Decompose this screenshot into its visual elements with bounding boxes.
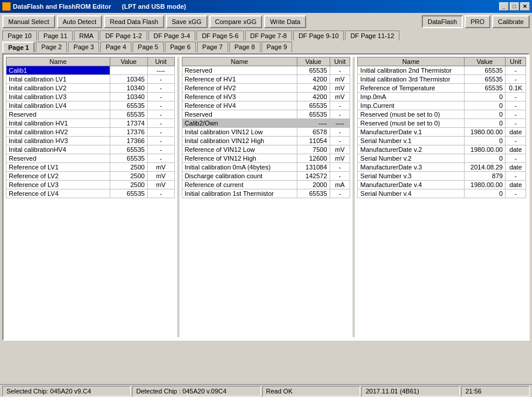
table-row: Discharge calibration count142572- xyxy=(182,172,350,181)
table-row: Reserved65535- xyxy=(6,110,175,119)
table-row: Inital calibration LV310340- xyxy=(6,93,175,101)
content-area: Name Value Unit Calib1----Inital calibra… xyxy=(2,53,530,341)
manual-select-button[interactable]: Manual Select xyxy=(2,15,55,28)
table-divider-1 xyxy=(177,57,179,337)
table-row: Reference of LV22500mV xyxy=(6,172,175,181)
close-button[interactable]: ✕ xyxy=(520,2,530,11)
horizontal-scrollbar[interactable] xyxy=(6,340,526,341)
table-row: Inital calibration VIN12 Low6578- xyxy=(182,128,350,137)
window-controls: _ □ ✕ xyxy=(499,2,530,11)
top-tab-row: Page 10 Page 11 RMA DF Page 1-2 DF Page … xyxy=(2,30,530,40)
table-row: Reference of HV14200mV xyxy=(182,75,350,84)
status-readok: Read OK xyxy=(262,386,361,396)
tab-df-page-7-8[interactable]: DF Page 7-8 xyxy=(245,30,292,40)
calibrate-button[interactable]: Calibrate xyxy=(492,15,530,28)
table-row: Reserved (must be set to 0)0- xyxy=(358,119,526,128)
tab-page5[interactable]: Page 5 xyxy=(133,42,164,52)
tab-page11[interactable]: Page 11 xyxy=(38,30,73,40)
table-row: Inital calibration HV217376- xyxy=(6,128,175,137)
status-detected: Detected Chip : 045A20 v.09C4 xyxy=(132,386,260,396)
write-data-button[interactable]: Write Data xyxy=(264,15,306,28)
table-row: ManufacturerDate v.41980.00.00date xyxy=(358,181,526,189)
table-row: Inital calibration LV210340- xyxy=(6,84,175,93)
table1-header-value: Value xyxy=(110,57,147,66)
table-row: Serial Number v.10- xyxy=(358,137,526,145)
status-date: 2017.11.01 (4B61) xyxy=(361,386,460,396)
table-row: Calib1---- xyxy=(6,66,175,75)
tab-page7[interactable]: Page 7 xyxy=(197,42,228,52)
table-row: Inital calibrationHV465535- xyxy=(6,145,175,154)
table-row: Serial Number v.40- xyxy=(358,189,526,198)
table-row: Initial calibration 0mA (4bytes)131084- xyxy=(182,163,350,172)
table2-header-unit: Unit xyxy=(330,57,350,66)
table-row: Reserved65535- xyxy=(182,66,350,75)
table-row: Reference of LV465535- xyxy=(6,189,175,198)
table-row: ManufacturerDate v.32014.08.29date xyxy=(358,163,526,172)
table1-container: Name Value Unit Calib1----Inital calibra… xyxy=(6,57,175,337)
dataflash-button[interactable]: DataFlash xyxy=(422,15,463,28)
table-row: Inital calibration HV117374- xyxy=(6,119,175,128)
table-row: Reference of Temperature655350.1K xyxy=(358,84,526,93)
table3: Name Value Unit Initial calibration 2nd … xyxy=(357,57,526,198)
tab-page8[interactable]: Page 8 xyxy=(229,42,260,52)
tab-page1[interactable]: Page 1 xyxy=(2,42,35,52)
table2-header-value: Value xyxy=(297,57,330,66)
tab-page4[interactable]: Page 4 xyxy=(100,42,131,52)
table-row: Reference of LV32500mV xyxy=(6,181,175,189)
maximize-button[interactable]: □ xyxy=(510,2,519,11)
tab-df-page-9-10[interactable]: DF Page 9-10 xyxy=(293,30,344,40)
table1-header-name: Name xyxy=(6,57,110,66)
status-bar: Selected Chip: 045A20 v9.C4 Detected Chi… xyxy=(0,384,532,397)
read-data-flash-button[interactable]: Read Data Flash xyxy=(104,15,164,28)
table-row: Inital calibration LV465535- xyxy=(6,101,175,110)
table-row: Reserved (must be set to 0)0- xyxy=(358,110,526,119)
auto-detect-button[interactable]: Auto Detect xyxy=(57,15,102,28)
tab-df-page-5-6[interactable]: DF Page 5-6 xyxy=(196,30,243,40)
status-date-text: 2017.11.01 (4B61) xyxy=(365,388,419,395)
tab-df-page-3-4[interactable]: DF Page 3-4 xyxy=(148,30,195,40)
table-row: ManufacturerDate v.11980.00.00date xyxy=(358,128,526,137)
table3-header-name: Name xyxy=(358,57,464,66)
table1-header-unit: Unit xyxy=(147,57,174,66)
table1: Name Value Unit Calib1----Inital calibra… xyxy=(6,57,175,198)
table3-header-value: Value xyxy=(464,57,506,66)
table-row: Reference of HV24200mV xyxy=(182,84,350,93)
minimize-button[interactable]: _ xyxy=(499,2,509,11)
table3-container: Name Value Unit Initial calibration 2nd … xyxy=(357,57,526,337)
tab-df-page-1-2[interactable]: DF Page 1-2 xyxy=(100,30,147,40)
table-row: Inital calibration HV317366- xyxy=(6,137,175,145)
table-row: Serial Number v.3879- xyxy=(358,172,526,181)
tab-page10[interactable]: Page 10 xyxy=(2,30,37,40)
compare-xgg-button[interactable]: Compare xGG xyxy=(209,15,263,28)
table-row: Reserved65535- xyxy=(182,110,350,119)
app-icon xyxy=(2,2,11,11)
tab-rma[interactable]: RMA xyxy=(74,30,99,40)
status-time: 21:56 xyxy=(461,386,530,396)
table-row: Reference of VIN12 Low7500mV xyxy=(182,145,350,154)
table-row: Reference of current2000mA xyxy=(182,181,350,189)
table-row: Reserved65535- xyxy=(6,154,175,163)
table-row: Initial calibration 2nd Thermistor65535- xyxy=(358,66,526,75)
bottom-tab-row: Page 1 Page 2 Page 3 Page 4 Page 5 Page … xyxy=(2,42,530,52)
tab-df-page-11-12[interactable]: DF Page 11-12 xyxy=(345,30,399,40)
pro-button[interactable]: PRO xyxy=(465,15,490,28)
tab-page2[interactable]: Page 2 xyxy=(36,42,67,52)
tab-page6[interactable]: Page 6 xyxy=(165,42,196,52)
tables-container: Name Value Unit Calib1----Inital calibra… xyxy=(6,57,526,337)
tab-page3[interactable]: Page 3 xyxy=(68,42,99,52)
scroll-thumb[interactable] xyxy=(6,340,24,341)
table-divider-2 xyxy=(353,57,355,337)
tab-page9[interactable]: Page 9 xyxy=(262,42,293,52)
table-row: Reference of HV34200mV xyxy=(182,93,350,101)
table-row: Inital calibration LV110345- xyxy=(6,75,175,84)
title-text: DataFlash and FlashROM Editor (LPT and U… xyxy=(13,3,499,10)
save-xgg-button[interactable]: Save xGG xyxy=(166,15,208,28)
table-row: Calib2/Own-------- xyxy=(182,119,350,128)
table-row: Inital calibration VIN12 High11054- xyxy=(182,137,350,145)
app-subtitle: (LPT and USB mode) xyxy=(122,3,186,10)
table2-container: Name Value Unit Reserved65535-Reference … xyxy=(182,57,351,337)
table-row: Serial Number v.20- xyxy=(358,154,526,163)
title-bar: DataFlash and FlashROM Editor (LPT and U… xyxy=(0,0,532,13)
toolbar: Manual Select Auto Detect Read Data Flas… xyxy=(2,15,530,28)
app-title: DataFlash and FlashROM Editor xyxy=(13,3,111,10)
